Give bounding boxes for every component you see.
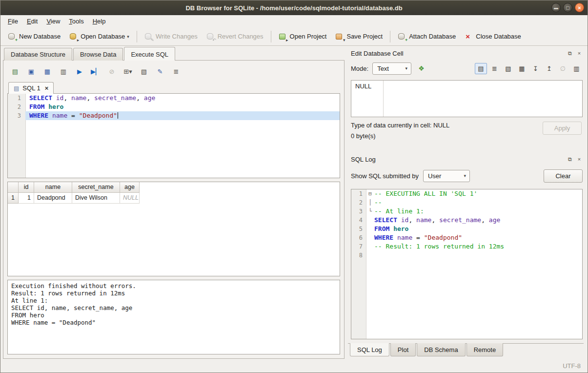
open-sql-file-button[interactable]: ▤ (8, 65, 22, 77)
maximize-button[interactable]: ▢ (563, 3, 572, 12)
export-cell-button[interactable]: ↥ (543, 63, 555, 74)
format-sql-button[interactable]: ✎ (153, 65, 167, 77)
db-new-icon: + (8, 33, 16, 41)
cell-id[interactable]: 1 (19, 193, 34, 204)
bottom-tab-bar: SQL LogPlotDB SchemaRemote (348, 343, 584, 359)
text-mode-button[interactable]: ▤ (475, 63, 487, 74)
toolbar-separator (271, 31, 271, 42)
fold-column (366, 233, 374, 242)
float-panel-button[interactable]: ⧉ (567, 156, 573, 163)
log-filter-select[interactable]: User ▾ (423, 170, 470, 182)
close-window-button[interactable]: × (575, 3, 584, 12)
log-line-3: 3└-- At line 1: (351, 207, 582, 216)
sql-editor-line-3[interactable]: 3WHERE name = "Deadpond" (8, 111, 340, 120)
execute-all-button[interactable]: ▶ (73, 65, 86, 77)
close-tab-icon[interactable]: × (45, 84, 49, 92)
tab-sql-log[interactable]: SQL Log (350, 343, 389, 356)
menu-help[interactable]: Help (88, 16, 110, 27)
tab-execute-sql[interactable]: Execute SQL (124, 47, 175, 61)
copy-cell-button[interactable]: ▦ (516, 63, 528, 74)
main-toolbar: +New Database▸Open Database▾✎Write Chang… (0, 27, 588, 46)
project-save-icon: ▾ (335, 33, 344, 41)
new-tab-button[interactable]: ⊞▾ (121, 65, 135, 77)
sql-log-view[interactable]: 1⊟-- EXECUTING ALL IN 'SQL 1'2│--3└-- At… (351, 189, 583, 339)
apply-button: Apply (543, 122, 582, 135)
close-panel-button[interactable]: × (576, 156, 583, 163)
word-wrap-cell-button[interactable]: ≣ (488, 63, 501, 74)
row-header-1[interactable]: 1 (8, 193, 19, 204)
save-project-label: Save Project (346, 33, 383, 40)
results-grid[interactable]: idnamesecret_nameage11DeadpondDive Wilso… (7, 182, 340, 276)
tab-sql-1[interactable]: ▤ SQL 1 × (8, 82, 54, 94)
column-header-name[interactable]: name (34, 182, 72, 193)
fold-marker-icon[interactable]: ⊟ (366, 189, 374, 198)
menu-file[interactable]: File (3, 16, 22, 27)
close-panel-button[interactable]: × (576, 50, 583, 57)
main-content: Database StructureBrowse DataExecute SQL… (0, 46, 588, 359)
sql-editor-line-1[interactable]: 1SELECT id, name, secret_name, age (8, 94, 340, 103)
tab-plot[interactable]: Plot (390, 343, 416, 356)
mode-label: Mode: (351, 65, 368, 72)
close-database-label: Close Database (476, 33, 521, 40)
sql-editor-toolbar: ▤▣▦▥▶▶▏⊘⊞▾▧✎≣ (7, 63, 340, 81)
mode-select[interactable]: Text ▾ (372, 62, 411, 75)
sql-tab-label: SQL 1 (22, 84, 40, 92)
new-database-button[interactable]: +New Database (3, 30, 65, 43)
open-in-tab-button[interactable]: ▧ (137, 65, 151, 77)
fold-column (366, 225, 374, 233)
tab-browse-data[interactable]: Browse Data (73, 48, 123, 61)
minimize-button[interactable]: ▬ (551, 3, 561, 12)
close-database-button[interactable]: ×Close Database (460, 30, 526, 43)
tab-remote[interactable]: Remote (466, 343, 504, 356)
title-bar[interactable]: DB Browser for SQLite - /home/user/code/… (0, 0, 588, 15)
cell-content-area[interactable] (384, 81, 582, 117)
chevron-down-icon: ▾ (402, 66, 408, 71)
execute-line-button[interactable]: ▶▏ (89, 65, 102, 77)
column-header-id[interactable]: id (19, 182, 34, 193)
cell-name[interactable]: Deadpond (34, 193, 72, 204)
import-cell-button[interactable]: ↧ (529, 63, 542, 74)
sql-log-controls: Show SQL submitted by User ▾ Clear (348, 165, 584, 189)
sql-tab-bar: ▤ SQL 1 × (7, 81, 340, 93)
tab-db-schema[interactable]: DB Schema (417, 343, 465, 356)
panel-splitter[interactable] (345, 46, 348, 359)
save-project-button[interactable]: ▾Save Project (331, 30, 387, 43)
toolbar-separator (390, 31, 390, 42)
menu-view[interactable]: View (42, 16, 64, 27)
sql-editor-line-2[interactable]: 2FROM hero (8, 103, 340, 111)
column-header-age[interactable]: age (120, 182, 140, 193)
grid-corner (8, 182, 19, 193)
app-window: DB Browser for SQLite - /home/user/code/… (0, 0, 588, 373)
word-wrap-button[interactable]: ≣ (169, 65, 183, 77)
cell-secret_name[interactable]: Dive Wilson (72, 193, 120, 204)
new-database-label: New Database (19, 33, 61, 40)
auto-switch-mode-button[interactable]: ❖ (415, 62, 427, 74)
open-project-button[interactable]: ▸Open Project (274, 30, 331, 43)
log-line-7: 7-- Result: 1 rows returned in 12ms (351, 242, 582, 251)
log-line-8: 8 (351, 251, 582, 260)
open-file-cell-button[interactable]: ▧ (502, 63, 514, 74)
print-button[interactable]: ▥ (57, 65, 70, 77)
print-cell-button[interactable]: ▥ (570, 63, 583, 74)
open-database-button[interactable]: ▸Open Database▾ (65, 30, 134, 43)
sql-log-header: SQL Log ⧉× (348, 154, 584, 165)
line-number: 2 (8, 103, 25, 111)
float-panel-button[interactable]: ⧉ (567, 50, 573, 57)
cell-age[interactable]: NULL (120, 193, 140, 204)
column-header-secret_name[interactable]: secret_name (72, 182, 120, 193)
chevron-down-icon: ▾ (460, 173, 466, 178)
left-panel: Database StructureBrowse DataExecute SQL… (0, 46, 345, 359)
cell-size-label: 0 byte(s) (351, 132, 449, 140)
cell-value-editor[interactable]: NULL (351, 80, 583, 117)
toolbar-separator (137, 31, 137, 42)
log-line-number: 1 (351, 189, 366, 198)
save-sql-file-button[interactable]: ▣ (24, 65, 38, 77)
save-sql-as-button[interactable]: ▦ (41, 65, 54, 77)
clear-log-button[interactable]: Clear (544, 169, 583, 183)
tab-database-structure[interactable]: Database Structure (4, 48, 72, 61)
attach-database-button[interactable]: +Attach Database (393, 30, 460, 43)
log-line-number: 4 (351, 216, 366, 225)
sql-editor[interactable]: 1SELECT id, name, secret_name, age2FROM … (7, 93, 340, 178)
menu-tools[interactable]: Tools (64, 16, 88, 27)
menu-edit[interactable]: Edit (22, 16, 42, 27)
